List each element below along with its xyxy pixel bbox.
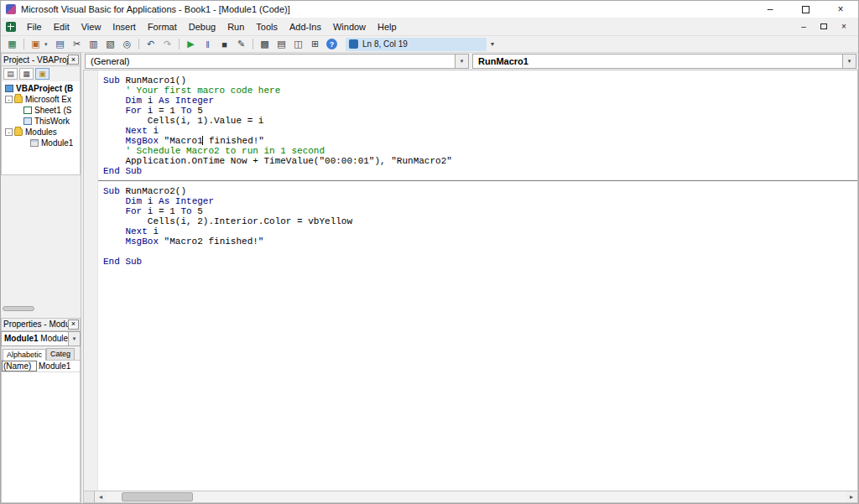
scrollbar-track[interactable] bbox=[107, 491, 846, 502]
menu-run[interactable]: Run bbox=[221, 19, 250, 34]
code-line[interactable]: Application.OnTime Now + TimeValue("00:0… bbox=[103, 156, 857, 166]
scroll-left-icon[interactable]: ◂ bbox=[95, 491, 107, 502]
help-button[interactable]: ? bbox=[324, 37, 340, 51]
properties-object-name: Module1 bbox=[4, 334, 39, 343]
project-icon bbox=[5, 85, 13, 92]
code-line[interactable]: Sub RunMacro1() bbox=[103, 75, 857, 86]
view-code-button[interactable]: ▤ bbox=[3, 68, 18, 80]
property-name-cell[interactable]: (Name) bbox=[2, 361, 37, 372]
object-dropdown[interactable]: (General) ▾ bbox=[85, 54, 469, 69]
tree-item-vbaproject[interactable]: VBAProject (B bbox=[2, 83, 80, 94]
properties-object-dropdown[interactable]: Module1 Module ▾ bbox=[1, 331, 81, 346]
code-line[interactable]: Dim i As Integer bbox=[103, 96, 857, 106]
toolbar-options-arrow-icon[interactable]: ▾ bbox=[487, 40, 497, 48]
code-line[interactable]: MsgBox "Macro1 finished!" bbox=[103, 136, 857, 146]
scrollbar-split-box[interactable] bbox=[84, 491, 95, 502]
tab-alphabetic[interactable]: Alphabetic bbox=[3, 349, 46, 361]
tree-item-modules-folder[interactable]: - Modules bbox=[2, 127, 80, 138]
paste-icon[interactable]: ▧ bbox=[102, 37, 118, 51]
tree-item-module1[interactable]: Module1 bbox=[2, 138, 80, 148]
keyword-token: Integer bbox=[175, 96, 214, 106]
code-line[interactable]: For i = 1 To 5 bbox=[103, 106, 857, 116]
properties-window-header[interactable]: Properties - Modu × bbox=[1, 318, 81, 331]
procedure-dropdown[interactable]: RunMacro1 ▾ bbox=[472, 54, 856, 69]
property-value-cell[interactable]: Module1 bbox=[37, 361, 80, 372]
child-minimize-button[interactable]: – bbox=[798, 21, 810, 33]
properties-close-button[interactable]: × bbox=[68, 320, 79, 330]
menu-edit[interactable]: Edit bbox=[48, 19, 75, 34]
collapse-icon[interactable]: - bbox=[5, 128, 13, 136]
save-icon[interactable]: ▤ bbox=[52, 37, 68, 51]
reset-icon[interactable]: ■ bbox=[216, 37, 232, 51]
project-explorer-header[interactable]: Project - VBAProje × bbox=[1, 53, 81, 66]
margin-indicator-bar[interactable] bbox=[84, 70, 98, 491]
code-line[interactable]: End Sub bbox=[103, 166, 857, 176]
toolbox-icon[interactable]: ⊞ bbox=[307, 37, 323, 51]
redo-icon[interactable]: ↷ bbox=[159, 37, 175, 51]
menu-help[interactable]: Help bbox=[372, 19, 403, 34]
menu-addins[interactable]: Add-Ins bbox=[284, 19, 327, 34]
undo-icon[interactable]: ↶ bbox=[143, 37, 159, 51]
project-explorer-icon[interactable]: ▩ bbox=[257, 37, 273, 51]
menu-format[interactable]: Format bbox=[142, 19, 183, 34]
insert-userform-icon[interactable]: ▣ bbox=[28, 37, 44, 51]
tree-item-sheet1[interactable]: Sheet1 (S bbox=[2, 105, 80, 116]
code-line[interactable]: End Sub bbox=[103, 257, 857, 267]
scrollbar-thumb[interactable] bbox=[122, 492, 193, 501]
code-token bbox=[103, 196, 125, 206]
insert-dropdown-arrow-icon[interactable]: ▾ bbox=[44, 41, 51, 48]
view-object-button[interactable]: ▦ bbox=[19, 68, 34, 80]
menu-view[interactable]: View bbox=[75, 19, 107, 34]
toolbar-separator bbox=[23, 39, 24, 49]
close-button[interactable]: × bbox=[823, 1, 858, 18]
code-line[interactable]: Dim i As Integer bbox=[103, 196, 857, 206]
code-line[interactable]: MsgBox "Macro2 finished!" bbox=[103, 236, 857, 247]
object-browser-icon[interactable]: ◫ bbox=[290, 37, 306, 51]
code-lines[interactable]: Sub RunMacro1() ' Your first macro code … bbox=[98, 70, 857, 491]
properties-tabs: Alphabetic Categ bbox=[1, 346, 81, 360]
chevron-down-icon[interactable]: ▾ bbox=[455, 55, 468, 68]
standard-toolbar: ▦ ▣ ▾ ▤ ✂ ▥ ▧ ◎ ↶ ↷ ▶ ‖ ■ ✎ ▩ ▤ ◫ ⊞ ? Ln… bbox=[1, 36, 858, 53]
cut-icon[interactable]: ✂ bbox=[69, 37, 85, 51]
minimize-button[interactable]: – bbox=[752, 1, 788, 18]
project-explorer-close-button[interactable]: × bbox=[68, 55, 79, 65]
view-microsoft-excel-icon[interactable]: ▦ bbox=[4, 37, 20, 51]
module-document-icon bbox=[6, 22, 16, 32]
maximize-button[interactable] bbox=[788, 1, 823, 18]
child-close-button[interactable]: × bbox=[838, 21, 850, 33]
tree-item-microsoft-excel-objects[interactable]: - Microsoft Ex bbox=[2, 94, 80, 105]
tree-item-thisworkbook[interactable]: ThisWork bbox=[2, 116, 80, 127]
code-line[interactable]: Sub RunMacro2() bbox=[103, 186, 857, 196]
chevron-down-icon[interactable]: ▾ bbox=[842, 55, 856, 68]
menu-insert[interactable]: Insert bbox=[107, 19, 142, 34]
scroll-right-icon[interactable]: ▸ bbox=[846, 491, 857, 502]
tab-categorized[interactable]: Categ bbox=[46, 348, 75, 360]
code-line[interactable]: Next i bbox=[103, 126, 857, 136]
code-line[interactable]: ' Schedule Macro2 to run in 1 second bbox=[103, 146, 857, 156]
copy-icon[interactable]: ▥ bbox=[86, 37, 102, 51]
panel-splitter-handle[interactable] bbox=[3, 306, 34, 311]
code-line[interactable]: Cells(i, 2).Interior.Color = vbYellow bbox=[103, 216, 857, 226]
left-dock: Project - VBAProje × ▤ ▦ ▣ VBAProject (B… bbox=[1, 53, 81, 503]
menu-window[interactable]: Window bbox=[327, 19, 372, 34]
code-line[interactable]: ' Your first macro code here bbox=[103, 86, 857, 96]
chevron-down-icon[interactable]: ▾ bbox=[68, 332, 80, 346]
code-line[interactable]: Next i bbox=[103, 226, 857, 236]
find-icon[interactable]: ◎ bbox=[119, 37, 135, 51]
child-close-icon: × bbox=[841, 22, 846, 31]
child-restore-button[interactable] bbox=[818, 21, 830, 33]
menu-debug[interactable]: Debug bbox=[183, 19, 221, 34]
procedure-separator[interactable] bbox=[103, 176, 857, 186]
break-icon[interactable]: ‖ bbox=[200, 37, 216, 51]
title-bar[interactable]: Microsoft Visual Basic for Applications … bbox=[1, 1, 858, 18]
code-line[interactable]: For i = 1 To 5 bbox=[103, 206, 857, 216]
properties-window-icon[interactable]: ▤ bbox=[273, 37, 289, 51]
menu-tools[interactable]: Tools bbox=[250, 19, 284, 34]
menu-file[interactable]: File bbox=[21, 19, 48, 34]
design-mode-icon[interactable]: ✎ bbox=[233, 37, 249, 51]
code-line[interactable]: Cells(i, 1).Value = i bbox=[103, 116, 857, 126]
code-line-blank[interactable] bbox=[103, 247, 857, 257]
toggle-folders-button[interactable]: ▣ bbox=[35, 68, 49, 80]
collapse-icon[interactable]: - bbox=[5, 96, 13, 103]
run-sub-icon[interactable]: ▶ bbox=[183, 37, 199, 51]
